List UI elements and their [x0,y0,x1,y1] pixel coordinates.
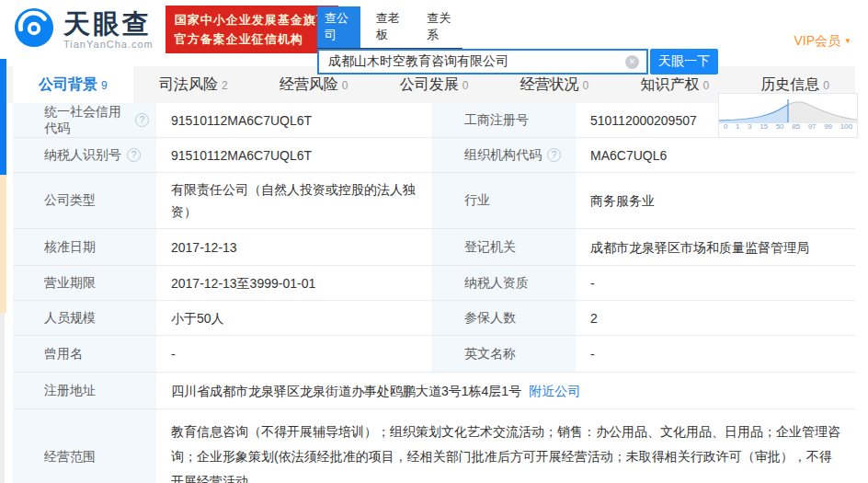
left-edge-gray-strip [0,313,5,483]
field-value: 四川省成都市龙泉驿区龙泉街道办事处鸥鹏大道3号1栋4层1号 附近公司 [158,373,855,408]
field-label: 经营范围 [13,409,158,483]
field-value: - [158,336,432,372]
table-row-taxpayer-id: 纳税人识别号? 91510112MA6C7UQL6T 组织机构代码? MA6C7… [13,138,855,173]
tab-company-background[interactable]: 公司背景9 [13,66,133,103]
certification-badge: 国家中小企业发展基金旗下 官方备案企业征信机构 [166,6,338,53]
search-tab-boss[interactable]: 查老板 [369,6,412,48]
field-label: 参保人数 [432,301,577,335]
table-row-approval-date: 核准日期 2017-12-13 登记机关 成都市龙泉驿区市场和质量监督管理局 [13,229,855,266]
field-value: MA6C7UQL6 [577,138,855,172]
company-info-table: 统一社会信用代码? 91510112MA6C7UQL6T 工商注册号 51011… [13,103,855,483]
table-row-company-type: 公司类型 有限责任公司（自然人投资或控股的法人独资） 行业 商务服务业 [13,173,855,229]
field-label: 纳税人资质 [432,266,577,300]
table-row-business-scope: 经营范围 教育信息咨询（不得开展辅导培训）；组织策划文化艺术交流活动；销售：办公… [13,409,855,483]
search-input-wrap: ✕ [317,49,648,75]
field-value: 成都市龙泉驿区市场和质量监督管理局 [577,229,855,265]
field-value: 2017-12-13 [158,229,432,265]
caret-down-icon: ▼ [844,37,851,45]
logo-eye-icon [13,6,55,52]
field-label: 营业期限 [13,266,158,300]
brand-name: 天眼查 [63,10,154,38]
field-value: 有限责任公司（自然人投资或控股的法人独资） [158,173,432,228]
table-row-registered-address: 注册地址 四川省成都市龙泉驿区龙泉街道办事处鸥鹏大道3号1栋4层1号 附近公司 [13,373,855,409]
field-value: 商务服务业 [577,173,855,228]
left-edge-blue-strip [0,59,6,175]
field-value: 2017-12-13至3999-01-01 [158,266,432,300]
field-label: 纳税人识别号? [13,138,158,172]
nearby-companies-link[interactable]: 附近公司 [529,380,580,402]
table-row-former-name: 曾用名 - 英文名称 - [13,336,855,373]
vip-member-link[interactable]: VIP会员▼ [794,33,852,50]
badge-line1: 国家中小企业发展基金旗下 [175,10,329,29]
site-header: 天眼查 TianYanCha.com 国家中小企业发展基金旗下 官方备案企业征信… [0,0,868,59]
tianyancha-logo[interactable]: 天眼查 TianYanCha.com [13,6,154,52]
field-label: 公司类型 [13,173,158,228]
field-value: 2 [577,301,855,335]
table-row-staff-size: 人员规模 小于50人 参保人数 2 [13,301,855,336]
field-value: - [577,336,855,372]
search-tabs: 查公司 查老板 查关系 [317,6,463,49]
field-label: 工商注册号 [432,103,577,137]
search-input[interactable] [319,51,615,73]
field-label: 组织机构代码? [432,138,577,172]
address-text: 四川省成都市龙泉驿区龙泉街道办事处鸥鹏大道3号1栋4层1号 [171,380,521,402]
field-value: 小于50人 [158,301,432,335]
percentile-ticks: 0131550859799100 [719,122,857,131]
badge-line2: 官方备案企业征信机构 [175,29,329,49]
field-label: 行业 [432,173,577,228]
help-icon[interactable]: ? [547,148,561,162]
field-label: 统一社会信用代码? [13,103,158,137]
field-label: 核准日期 [13,229,158,265]
percentile-chart: 0131550859799100 [718,93,858,138]
percentile-curve [719,96,857,123]
search-tab-company[interactable]: 查公司 [317,6,360,48]
clear-search-icon[interactable]: ✕ [625,55,639,69]
tab-judicial-risk[interactable]: 司法风险2 [133,66,254,103]
field-value: - [577,266,855,300]
table-row-business-term: 营业期限 2017-12-13至3999-01-01 纳税人资质 - [13,266,855,301]
vip-label: VIP会员 [794,33,841,48]
business-scope-text: 教育信息咨询（不得开展辅导培训）；组织策划文化艺术交流活动；销售：办公用品、文化… [158,409,855,483]
left-edge-tan-strip [0,175,6,313]
help-icon[interactable]: ? [127,148,141,162]
search-tab-relation[interactable]: 查关系 [419,6,463,48]
field-label: 英文名称 [432,336,577,372]
search-button[interactable]: 天眼一下 [650,49,718,75]
field-label: 曾用名 [13,336,158,372]
search-block: 查公司 查老板 查关系 ✕ 天眼一下 [317,6,718,75]
field-value: 91510112MA6C7UQL6T [158,138,432,172]
field-label: 注册地址 [13,373,158,408]
help-icon[interactable]: ? [135,113,149,127]
field-label: 人员规模 [13,301,158,335]
brand-domain: TianYanCha.com [63,39,154,50]
field-value: 91510112MA6C7UQL6T [158,103,432,137]
tianyancha-company-page: 天眼查 TianYanCha.com 国家中小企业发展基金旗下 官方备案企业征信… [0,0,868,483]
field-label: 登记机关 [432,229,577,265]
